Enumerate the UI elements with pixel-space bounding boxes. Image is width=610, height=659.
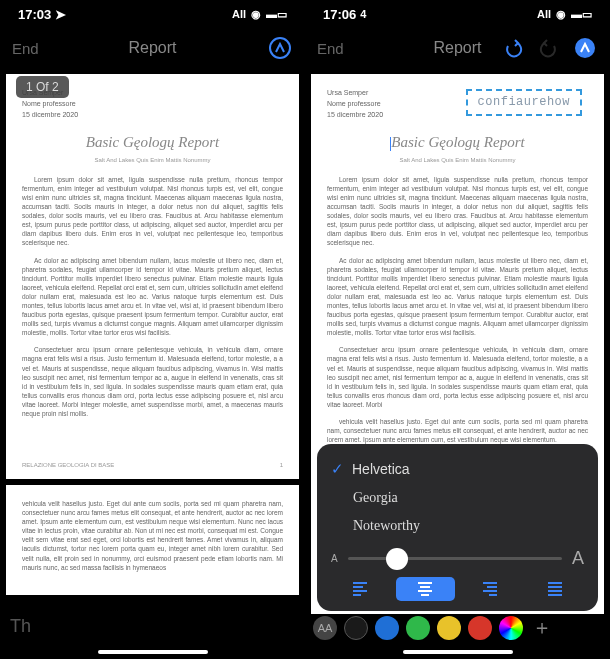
home-indicator[interactable] bbox=[403, 650, 513, 654]
network-label: All bbox=[537, 8, 551, 20]
nav-title: Report bbox=[128, 39, 176, 57]
location-icon: ➤ bbox=[55, 7, 66, 22]
doc-paragraph: Lorem ipsum dolor sit amet, ligula suspe… bbox=[22, 175, 283, 248]
nav-bar: End Report bbox=[0, 28, 305, 68]
nav-bar: End Report bbox=[305, 28, 610, 68]
document-page-2[interactable]: vehicula velit hasellus justo. Eget dui … bbox=[6, 485, 299, 595]
keyboard-input-preview[interactable]: Th bbox=[10, 616, 295, 637]
home-indicator[interactable] bbox=[98, 650, 208, 654]
slider-large-label: A bbox=[572, 548, 584, 569]
nav-title: Report bbox=[433, 39, 481, 57]
nav-end-button[interactable]: End bbox=[12, 40, 39, 57]
doc-paragraph: Lorem ipsum dolor sit amet, ligula suspe… bbox=[327, 175, 588, 248]
doc-subtitle: Salt And Lakes Quis Enim Mattis Nonummy bbox=[22, 156, 283, 164]
doc-paragraph: Ac dolor ac adipiscing amet bibendum nul… bbox=[327, 256, 588, 338]
check-icon: ✓ bbox=[331, 460, 344, 478]
wifi-icon: ◉ bbox=[556, 8, 566, 21]
battery-icon: ▬▭ bbox=[571, 8, 592, 21]
status-bar: 17:03 ➤ All ◉ ▬▭ bbox=[0, 0, 305, 28]
doc-paragraph: Ac dolor ac adipiscing amet bibendum nul… bbox=[22, 256, 283, 338]
color-blue[interactable] bbox=[375, 616, 399, 640]
color-red[interactable] bbox=[468, 616, 492, 640]
doc-date: 15 dicembre 2020 bbox=[22, 110, 78, 120]
status-time: 17:03 bbox=[18, 7, 51, 22]
doc-paragraph: vehicula velit hasellus justo. Eget dui … bbox=[22, 499, 283, 572]
add-tool-button[interactable]: ＋ bbox=[530, 614, 554, 641]
undo-icon[interactable] bbox=[500, 35, 526, 61]
document-page-1[interactable]: Ursa Semper Nome professore 15 dicembre … bbox=[6, 74, 299, 479]
status-time: 17:06 bbox=[323, 7, 356, 22]
doc-subtitle: Salt And Lakes Quis Enim Mattis Nonummy bbox=[327, 156, 588, 164]
status-bar: 17:06 4 All ◉ ▬▭ bbox=[305, 0, 610, 28]
color-black[interactable] bbox=[344, 616, 368, 640]
doc-paragraph: vehicula velit hasellus justo. Eget dui … bbox=[327, 417, 588, 444]
status-extra: 4 bbox=[360, 8, 366, 20]
color-toolbar: AA ＋ bbox=[313, 614, 602, 641]
wifi-icon: ◉ bbox=[251, 8, 261, 21]
markup-icon[interactable] bbox=[267, 35, 293, 61]
doc-paragraph: Consectetuer arcu ipsum ornare pellentes… bbox=[327, 345, 588, 409]
doc-role: Nome professore bbox=[22, 99, 78, 109]
slider-thumb[interactable] bbox=[386, 548, 408, 570]
network-label: All bbox=[232, 8, 246, 20]
font-size-slider-row: A A bbox=[331, 548, 584, 569]
color-green[interactable] bbox=[406, 616, 430, 640]
font-style-popup: ✓ Helvetica Georgia Noteworthy A A bbox=[317, 444, 598, 611]
align-center-button[interactable] bbox=[396, 577, 455, 601]
color-yellow[interactable] bbox=[437, 616, 461, 640]
svg-point-1 bbox=[575, 38, 595, 58]
align-justify-button[interactable] bbox=[525, 577, 584, 601]
nav-end-button[interactable]: End bbox=[317, 40, 344, 57]
markup-icon[interactable] bbox=[572, 35, 598, 61]
text-style-button[interactable]: AA bbox=[313, 616, 337, 640]
align-left-button[interactable] bbox=[331, 577, 390, 601]
page-counter: 1 Of 2 bbox=[16, 76, 69, 98]
doc-date: 15 dicembre 2020 bbox=[327, 110, 383, 120]
align-right-button[interactable] bbox=[461, 577, 520, 601]
doc-footer-page: 1 bbox=[280, 461, 283, 469]
font-option-noteworthy[interactable]: Noteworthy bbox=[331, 512, 584, 540]
doc-title: Basic Gęologų Report bbox=[327, 132, 588, 153]
svg-point-0 bbox=[270, 38, 290, 58]
text-annotation-box[interactable]: confiaurehow bbox=[466, 89, 582, 116]
doc-footer-label: RELAZIONE GEOLOGIA DI BASE bbox=[22, 461, 114, 469]
font-option-helvetica[interactable]: ✓ Helvetica bbox=[331, 454, 584, 484]
doc-role: Nome professore bbox=[327, 99, 383, 109]
document-area[interactable]: Ursa Semper Nome professore 15 dicembre … bbox=[0, 68, 305, 659]
font-option-georgia[interactable]: Georgia bbox=[331, 484, 584, 512]
phone-left: 17:03 ➤ All ◉ ▬▭ End Report 1 Of 2 Ursa … bbox=[0, 0, 305, 659]
doc-paragraph: Consectetuer arcu ipsum ornare pellentes… bbox=[22, 345, 283, 418]
doc-title: Basic Gęologų Report bbox=[22, 132, 283, 153]
redo-icon[interactable] bbox=[536, 35, 562, 61]
color-picker-button[interactable] bbox=[499, 616, 523, 640]
text-align-row bbox=[331, 577, 584, 601]
font-size-slider[interactable] bbox=[348, 557, 562, 560]
battery-icon: ▬▭ bbox=[266, 8, 287, 21]
slider-small-label: A bbox=[331, 553, 338, 564]
doc-author: Ursa Semper bbox=[327, 88, 383, 98]
phone-right: 17:06 4 All ◉ ▬▭ End Report Ur bbox=[305, 0, 610, 659]
